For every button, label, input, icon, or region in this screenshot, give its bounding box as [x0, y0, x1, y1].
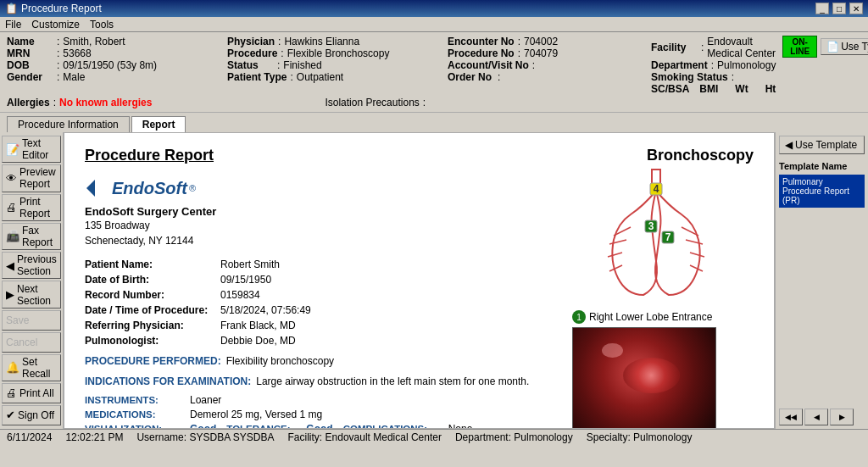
center-name: EndoSoft Surgery Center [85, 205, 552, 218]
procedure-section: PROCEDURE PERFORMED: Flexibility broncho… [85, 355, 552, 367]
image-group-1: 1 Right Lower Lobe Entrance [572, 310, 737, 429]
gender-label: Gender [7, 71, 53, 83]
proc-no-label: Procedure No [448, 47, 515, 59]
mrn-value: 53668 [63, 47, 91, 59]
pinfo-name-row: Patient Name: Robert Smith [85, 259, 552, 270]
indications-section: INDICATIONS FOR EXAMINATION: Large airwa… [85, 375, 552, 387]
instruments-label: INSTRUMENTS: [85, 395, 186, 405]
status-username-label: Username: [136, 431, 186, 443]
procedure-value: Flexible Bronchoscopy [287, 47, 390, 59]
svg-line-4 [608, 253, 622, 257]
pname-value: Robert Smith [220, 259, 280, 270]
text-editor-icon: 📝 [6, 143, 19, 156]
allergies-label: Allergies [7, 97, 50, 108]
indications-value: Large airway obstruction in the left mai… [256, 375, 529, 387]
window-icon: 📋 [5, 3, 18, 14]
text-editor-button[interactable]: 📝 Text Editor [2, 136, 61, 163]
print-all-icon: 🖨 [6, 386, 17, 399]
prev-section-button[interactable]: ◀ Previous Section [2, 252, 61, 279]
wt-label: Wt [735, 83, 748, 95]
patient-info-table: Patient Name: Robert Smith Date of Birth… [85, 259, 552, 347]
indications-header: INDICATIONS FOR EXAMINATION: [85, 375, 251, 387]
svg-text:4: 4 [654, 183, 659, 195]
bmi-label: BMI [699, 83, 718, 95]
right-btn-2[interactable]: ◀ [804, 409, 828, 425]
isolation-label: Isolation Precautions [325, 97, 419, 108]
encounter-label: Encounter No [448, 36, 515, 47]
patient-header: Name : Smith, Robert MRN : 53668 DOB : 0… [0, 32, 868, 113]
save-button[interactable]: Save [2, 310, 61, 331]
sign-off-button[interactable]: ✔ Sign Off [2, 405, 61, 425]
images-section: 1 Right Lower Lobe Entrance 2 Left Mains [559, 310, 737, 429]
lung-diagram: 4 3 7 [601, 168, 711, 303]
report-type: Bronchoscopy [647, 147, 754, 164]
print-all-button[interactable]: 🖨 Print All [2, 383, 61, 403]
image-num-1: 1 [572, 310, 586, 324]
prev-icon: ◀ [6, 259, 14, 272]
online-badge: ON-LINE [782, 36, 817, 58]
center-address-2: Schenectady, NY 12144 [85, 233, 552, 248]
maximize-button[interactable]: □ [832, 3, 846, 14]
dept-label: Department [651, 59, 708, 71]
patient-type-label: Patient Type [227, 71, 287, 83]
tabs-area: Procedure Information Report [0, 113, 868, 132]
svg-line-5 [609, 265, 622, 271]
status-facility-label: Facility: [288, 431, 323, 443]
complications-label: COMPLICATIONS: [343, 424, 445, 429]
cancel-button[interactable]: Cancel [2, 332, 61, 353]
preferring-value: Frank Black, MD [220, 320, 296, 331]
encounter-value: 704002 [524, 36, 558, 47]
visualization-value: Good [190, 423, 216, 429]
next-icon: ▶ [6, 288, 14, 301]
left-sidebar: 📝 Text Editor 👁 Preview Report 🖨 Print R… [0, 132, 64, 429]
use-template-button[interactable]: ◀ Use Template [779, 136, 865, 154]
minimize-button[interactable]: _ [815, 3, 829, 14]
scope-image-1 [572, 327, 716, 429]
pdatetime-value: 5/18/2024, 07:56:49 [220, 304, 311, 316]
status-dept: Pulmonology [514, 431, 572, 443]
right-btn-3[interactable]: ▶ [830, 409, 854, 425]
report-title: Procedure Report [85, 147, 214, 164]
right-btn-1[interactable]: ◀◀ [779, 409, 803, 425]
tab-procedure-info[interactable]: Procedure Information [7, 116, 130, 132]
typical-report-button[interactable]: 📄 Use Typical Report [821, 38, 868, 55]
preview-icon: 👁 [6, 172, 17, 185]
logo-area: EndoSoft ® [85, 178, 552, 198]
medications-label: MEDICATIONS: [85, 409, 186, 420]
template-icon: ◀ [785, 139, 793, 151]
window-close-button[interactable]: ✕ [849, 3, 863, 14]
right-panel: ◀ Use Template Template Name Pulmonary P… [775, 132, 868, 429]
template-item[interactable]: Pulmonary Procedure Report (PR) [779, 175, 865, 208]
fax-report-button[interactable]: 📠 Fax Report [2, 223, 61, 250]
tab-report[interactable]: Report [131, 116, 186, 132]
sc-bsa-label: SC/BSA [651, 83, 689, 95]
title-bar: 📋 Procedure Report _ □ ✕ [0, 0, 868, 17]
physician-label: Physician [227, 36, 275, 47]
smoking-label: Smoking Status [651, 71, 728, 83]
complications-value: None [448, 423, 473, 429]
template-name-label: Template Name [779, 161, 865, 171]
account-label: Account/Visit No [448, 59, 529, 71]
procedure-value: Flexibility bronchoscopy [226, 355, 334, 367]
menu-customize[interactable]: Customize [31, 19, 80, 31]
visualization-label: VISUALIZATION: [85, 424, 186, 429]
pname-label: Patient Name: [85, 259, 220, 270]
next-section-button[interactable]: ▶ Next Section [2, 281, 61, 308]
status-time: 12:02:21 PM [65, 431, 123, 443]
pdob-label: Date of Birth: [85, 274, 220, 286]
menu-tools[interactable]: Tools [90, 19, 114, 31]
dob-label: DOB [7, 59, 53, 71]
procedure-header: PROCEDURE PERFORMED: [85, 355, 221, 367]
svg-line-3 [609, 240, 626, 244]
preferring-label: Referring Physician: [85, 320, 220, 331]
preview-report-button[interactable]: 👁 Preview Report [2, 164, 61, 192]
report-content: Procedure Report Bronchoscopy EndoSoft ® [64, 132, 775, 429]
menu-file[interactable]: File [5, 19, 21, 31]
image-title-1: Right Lower Lobe Entrance [589, 311, 712, 323]
print-report-button[interactable]: 🖨 Print Report [2, 194, 61, 221]
procedure-label: Procedure [227, 47, 277, 59]
set-recall-button[interactable]: 🔔 Set Recall [2, 354, 61, 381]
pinfo-dob-row: Date of Birth: 09/15/1950 [85, 274, 552, 286]
logo-text: EndoSoft [112, 179, 187, 198]
recall-icon: 🔔 [6, 361, 19, 374]
